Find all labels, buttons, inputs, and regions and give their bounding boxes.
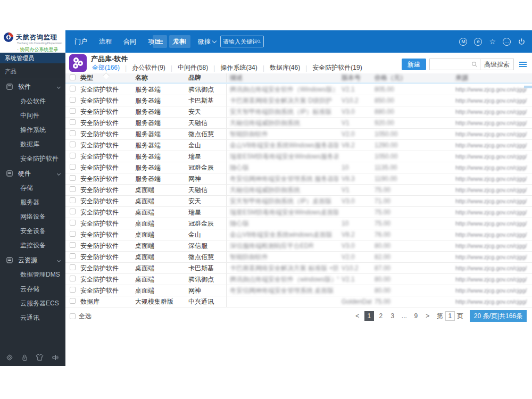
sidebar-item-办公软件[interactable]: 办公软件 bbox=[0, 94, 65, 109]
sidebar-group-0[interactable]: 软件 bbox=[0, 79, 65, 94]
row-checkbox[interactable] bbox=[70, 242, 76, 248]
sidebar-item-监控设备[interactable]: 监控设备 bbox=[0, 238, 65, 253]
table-row[interactable]: 安全防护软件服务器端安天安天智甲终端防御系统（IP）标准版V3.0880.00h… bbox=[65, 106, 532, 118]
sidebar-item-存储[interactable]: 存储 bbox=[0, 181, 65, 195]
sidebar-item-云服务器ECS[interactable]: 云服务器ECS bbox=[0, 296, 65, 311]
wesearch-dropdown[interactable]: 微搜 bbox=[198, 37, 216, 46]
table-row[interactable]: 安全防护软件桌面端瑞星瑞星ESM防毒终端安全Windows桌面版75.00htt… bbox=[65, 207, 532, 218]
table-row[interactable]: 安全防护软件桌面端腾讯御点腾讯御点终端安全软件（windows版）V2.1V2.… bbox=[65, 274, 532, 285]
tab-5[interactable]: 安全防护软件(19) bbox=[311, 63, 363, 72]
global-search-input[interactable] bbox=[223, 38, 257, 45]
table-row[interactable]: 安全防护软件桌面端天融信天融信终端威胁防御系统V175.00http://www… bbox=[65, 185, 532, 196]
column-header-blurred-0[interactable]: 描述 bbox=[227, 73, 338, 82]
table-row[interactable]: 安全防护软件桌面端网神奇安信网神终端安全管理系统 桌面版80.00http://… bbox=[65, 285, 532, 296]
sidebar-item-操作系统[interactable]: 操作系统 bbox=[0, 123, 65, 137]
table-row[interactable]: 安全防护软件桌面端金山金山V8终端安全系统windows桌面版V8.276.00… bbox=[65, 229, 532, 240]
row-checkbox[interactable] bbox=[70, 276, 76, 281]
page-button-2[interactable]: 2 bbox=[376, 311, 386, 321]
tab-0[interactable]: 全部(166) bbox=[91, 63, 121, 72]
table-row[interactable]: 安全防护软件桌面端卡巴斯基卡巴斯基网络安全解决方案 标准版 +防护V10.287… bbox=[65, 263, 532, 274]
column-header-blurred-2[interactable]: 价格（元） bbox=[371, 73, 452, 82]
topnav-item-1[interactable]: 流程 bbox=[94, 35, 117, 48]
tab-3[interactable]: 操作系统(34) bbox=[219, 63, 258, 72]
page-button-3[interactable]: 3 bbox=[388, 311, 397, 321]
column-header-1[interactable]: 名称 bbox=[135, 73, 188, 82]
header-checkbox[interactable] bbox=[70, 74, 76, 80]
sidebar-group-2[interactable]: 云资源 bbox=[0, 253, 65, 268]
table-row[interactable]: 数据库大规模集群版中兴通讯GoldenData s...75.00http://… bbox=[65, 296, 532, 307]
row-checkbox[interactable] bbox=[70, 153, 76, 159]
message-icon[interactable]: e bbox=[474, 38, 482, 46]
next-page-button[interactable]: > bbox=[423, 311, 433, 321]
tab-4[interactable]: 数据库(46) bbox=[269, 63, 301, 72]
power-icon[interactable] bbox=[518, 38, 526, 46]
table-row[interactable]: 安全防护软件服务器端瑞星瑞星ESM防毒终端安全Windows服务器1050.00… bbox=[65, 151, 532, 162]
table-row[interactable]: 安全防护软件服务器端微点佰慧智能防御软件V2.01050.00http://ww… bbox=[65, 129, 532, 140]
speaker-icon[interactable] bbox=[52, 354, 60, 361]
row-checkbox[interactable] bbox=[70, 119, 76, 125]
sidebar-item-数据管理DMS[interactable]: 数据管理DMS bbox=[0, 268, 65, 282]
prev-page-button[interactable]: < bbox=[353, 311, 362, 321]
tab-1[interactable]: 办公软件(9) bbox=[131, 63, 167, 72]
table-row[interactable]: 安全防护软件服务器端网神奇安信网神终端安全管理系统 服务器版V8.31190.0… bbox=[65, 173, 532, 185]
row-checkbox[interactable] bbox=[70, 253, 76, 259]
select-all-checkbox[interactable] bbox=[70, 313, 76, 319]
row-checkbox[interactable] bbox=[70, 186, 76, 192]
table-row[interactable]: 安全防护软件桌面端安天安天智甲终端防御系统（IP）桌面版V3.071.00htt… bbox=[65, 196, 532, 207]
new-button[interactable]: 新建 bbox=[402, 59, 426, 70]
sidebar-item-中间件[interactable]: 中间件 bbox=[0, 109, 65, 123]
row-checkbox[interactable] bbox=[70, 175, 76, 181]
row-checkbox[interactable] bbox=[70, 108, 76, 114]
row-checkbox[interactable] bbox=[70, 298, 76, 304]
row-checkbox[interactable] bbox=[70, 264, 76, 270]
column-header-blurred-3[interactable]: 来源 bbox=[452, 73, 532, 82]
row-checkbox[interactable] bbox=[70, 197, 76, 203]
row-checkbox[interactable] bbox=[70, 231, 76, 237]
sidebar-item-服务器[interactable]: 服务器 bbox=[0, 195, 65, 210]
scrollbar-thumb[interactable] bbox=[524, 86, 532, 88]
page-button-9[interactable]: 9 bbox=[411, 311, 421, 321]
sidebar-item-云通讯[interactable]: 云通讯 bbox=[0, 311, 65, 325]
row-checkbox[interactable] bbox=[70, 220, 76, 226]
menu-toggle-button[interactable] bbox=[153, 35, 167, 48]
column-header-blurred-1[interactable]: 版本号 bbox=[338, 73, 371, 82]
table-row[interactable]: 安全防护软件服务器端天融信天融信终端威胁防御系统V1920.00http://w… bbox=[65, 118, 532, 129]
row-checkbox[interactable] bbox=[70, 97, 76, 103]
global-search-box[interactable] bbox=[220, 36, 264, 47]
gear-icon[interactable] bbox=[6, 354, 13, 361]
row-checkbox[interactable] bbox=[70, 142, 76, 147]
lock-icon[interactable] bbox=[21, 354, 28, 361]
sidebar-item-安全设备[interactable]: 安全设备 bbox=[0, 224, 65, 238]
more-icon[interactable]: … bbox=[503, 38, 511, 46]
sidebar-item-安全防护软件[interactable]: 安全防护软件 bbox=[0, 152, 65, 166]
table-row[interactable]: 安全防护软件服务器端卡巴斯基卡巴斯基网络安全解决方案 D级防护V10.2850.… bbox=[65, 95, 532, 106]
row-checkbox[interactable] bbox=[70, 86, 76, 92]
row-checkbox[interactable] bbox=[70, 287, 76, 293]
row-checkbox[interactable] bbox=[70, 209, 76, 214]
jump-page-input[interactable]: 1 bbox=[445, 311, 455, 321]
favorite-star-icon[interactable]: ☆ bbox=[489, 38, 496, 46]
sidebar-group-1[interactable]: 硬件 bbox=[0, 166, 65, 181]
column-header-2[interactable]: 品牌 bbox=[188, 73, 227, 82]
table-row[interactable]: 安全防护软件桌面端深信服深信服终端检测响应平台EDRV3.080.00http:… bbox=[65, 240, 532, 252]
table-row[interactable]: 安全防护软件服务器端冠群金辰随心版101135.00http://www.zjc… bbox=[65, 162, 532, 173]
row-checkbox[interactable] bbox=[70, 164, 76, 170]
table-search-box[interactable] bbox=[429, 59, 480, 70]
theme-shirt-icon[interactable] bbox=[36, 354, 44, 361]
topnav-item-2[interactable]: 合同 bbox=[118, 35, 142, 48]
sidebar-item-数据库[interactable]: 数据库 bbox=[0, 137, 65, 152]
pinned-tab[interactable]: 常用 bbox=[169, 35, 190, 48]
page-size-info[interactable]: 20 条/页|共166条 bbox=[470, 310, 527, 322]
tab-2[interactable]: 中间件(58) bbox=[177, 63, 209, 72]
page-button-1[interactable]: 1 bbox=[364, 311, 374, 321]
sidebar-item-云存储[interactable]: 云存储 bbox=[0, 282, 65, 296]
table-row[interactable]: 安全防护软件桌面端微点佰慧智能防御软件V2.082.00http://www.z… bbox=[65, 252, 532, 263]
advanced-search-button[interactable]: 高级搜索 bbox=[480, 59, 514, 70]
table-row[interactable]: 安全防护软件服务器端腾讯御点腾讯御点终端安全软件（Windows版）V2.180… bbox=[65, 84, 532, 95]
sidebar-item-网络设备[interactable]: 网络设备 bbox=[0, 210, 65, 224]
list-view-icon[interactable] bbox=[519, 61, 527, 68]
table-row[interactable]: 安全防护软件桌面端冠群金辰随心版1075.00http://www.zjcg.g… bbox=[65, 218, 532, 229]
row-checkbox[interactable] bbox=[70, 130, 76, 136]
topnav-item-0[interactable]: 门户 bbox=[69, 35, 93, 48]
m-badge-icon[interactable]: M bbox=[459, 38, 467, 46]
